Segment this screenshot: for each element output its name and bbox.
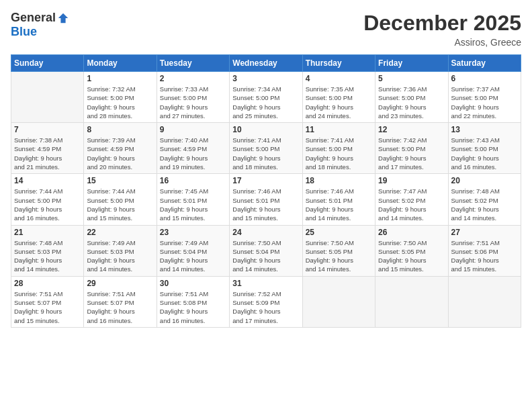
day-info: Sunrise: 7:41 AMSunset: 5:00 PMDaylight:… xyxy=(306,136,372,171)
day-number: 29 xyxy=(87,279,153,288)
day-number: 26 xyxy=(378,228,445,237)
calendar-cell: 24Sunrise: 7:50 AMSunset: 5:04 PMDayligh… xyxy=(230,225,302,276)
day-number: 18 xyxy=(306,176,372,185)
calendar-cell: 20Sunrise: 7:48 AMSunset: 5:02 PMDayligh… xyxy=(448,174,521,225)
calendar-cell: 29Sunrise: 7:51 AMSunset: 5:07 PMDayligh… xyxy=(84,276,157,327)
day-info: Sunrise: 7:51 AMSunset: 5:06 PMDaylight:… xyxy=(451,238,518,274)
day-info: Sunrise: 7:44 AMSunset: 5:00 PMDaylight:… xyxy=(87,187,153,222)
header: General Blue December 2025 Assiros, Gree… xyxy=(11,11,521,48)
page-container: General Blue December 2025 Assiros, Gree… xyxy=(0,0,532,333)
day-number: 23 xyxy=(160,228,226,237)
day-info: Sunrise: 7:34 AMSunset: 5:00 PMDaylight:… xyxy=(232,85,299,120)
day-info: Sunrise: 7:43 AMSunset: 5:00 PMDaylight:… xyxy=(451,136,518,171)
header-sunday: Sunday xyxy=(11,55,84,72)
calendar-week-row: 7Sunrise: 7:38 AMSunset: 4:59 PMDaylight… xyxy=(11,123,521,174)
day-info: Sunrise: 7:45 AMSunset: 5:01 PMDaylight:… xyxy=(160,187,226,222)
calendar-cell xyxy=(11,72,84,123)
day-number: 12 xyxy=(378,125,445,134)
day-info: Sunrise: 7:48 AMSunset: 5:03 PMDaylight:… xyxy=(14,238,81,274)
day-info: Sunrise: 7:37 AMSunset: 5:00 PMDaylight:… xyxy=(451,85,518,120)
logo-icon xyxy=(57,12,69,24)
day-number: 30 xyxy=(160,279,226,288)
day-number: 8 xyxy=(87,125,153,134)
header-thursday: Thursday xyxy=(302,55,375,72)
day-info: Sunrise: 7:49 AMSunset: 5:04 PMDaylight:… xyxy=(160,238,226,274)
day-info: Sunrise: 7:50 AMSunset: 5:05 PMDaylight:… xyxy=(306,238,372,274)
day-info: Sunrise: 7:44 AMSunset: 5:00 PMDaylight:… xyxy=(14,187,81,222)
day-info: Sunrise: 7:33 AMSunset: 5:00 PMDaylight:… xyxy=(160,85,226,120)
day-number: 4 xyxy=(306,74,372,83)
subtitle: Assiros, Greece xyxy=(363,37,521,48)
calendar-cell: 14Sunrise: 7:44 AMSunset: 5:00 PMDayligh… xyxy=(11,174,84,225)
day-info: Sunrise: 7:51 AMSunset: 5:07 PMDaylight:… xyxy=(14,289,81,325)
day-info: Sunrise: 7:48 AMSunset: 5:02 PMDaylight:… xyxy=(451,187,518,222)
calendar-cell: 10Sunrise: 7:41 AMSunset: 5:00 PMDayligh… xyxy=(230,123,302,174)
logo-general-text: General xyxy=(11,11,56,25)
day-number: 2 xyxy=(160,74,226,83)
day-number: 14 xyxy=(14,176,81,185)
calendar-week-row: 21Sunrise: 7:48 AMSunset: 5:03 PMDayligh… xyxy=(11,225,521,276)
calendar-cell: 5Sunrise: 7:36 AMSunset: 5:00 PMDaylight… xyxy=(375,72,448,123)
header-monday: Monday xyxy=(84,55,157,72)
calendar-cell xyxy=(448,276,521,327)
calendar: Sunday Monday Tuesday Wednesday Thursday… xyxy=(11,54,521,328)
day-info: Sunrise: 7:32 AMSunset: 5:00 PMDaylight:… xyxy=(87,85,153,120)
calendar-cell: 27Sunrise: 7:51 AMSunset: 5:06 PMDayligh… xyxy=(448,225,521,276)
day-number: 6 xyxy=(451,74,518,83)
day-number: 17 xyxy=(232,176,299,185)
calendar-cell: 22Sunrise: 7:49 AMSunset: 5:03 PMDayligh… xyxy=(84,225,157,276)
calendar-cell xyxy=(375,276,448,327)
calendar-header-row: Sunday Monday Tuesday Wednesday Thursday… xyxy=(11,55,521,72)
calendar-cell: 2Sunrise: 7:33 AMSunset: 5:00 PMDaylight… xyxy=(157,72,229,123)
title-area: December 2025 Assiros, Greece xyxy=(363,11,521,48)
calendar-cell: 4Sunrise: 7:35 AMSunset: 5:00 PMDaylight… xyxy=(302,72,375,123)
calendar-cell: 23Sunrise: 7:49 AMSunset: 5:04 PMDayligh… xyxy=(157,225,229,276)
day-info: Sunrise: 7:36 AMSunset: 5:00 PMDaylight:… xyxy=(378,85,445,120)
logo-blue-text: Blue xyxy=(11,25,37,39)
calendar-cell: 13Sunrise: 7:43 AMSunset: 5:00 PMDayligh… xyxy=(448,123,521,174)
day-info: Sunrise: 7:51 AMSunset: 5:07 PMDaylight:… xyxy=(87,289,153,325)
calendar-cell: 8Sunrise: 7:39 AMSunset: 4:59 PMDaylight… xyxy=(84,123,157,174)
day-info: Sunrise: 7:42 AMSunset: 5:00 PMDaylight:… xyxy=(378,136,445,171)
month-title: December 2025 xyxy=(363,11,521,36)
day-number: 3 xyxy=(232,74,299,83)
calendar-cell: 19Sunrise: 7:47 AMSunset: 5:02 PMDayligh… xyxy=(375,174,448,225)
day-number: 19 xyxy=(378,176,445,185)
day-number: 13 xyxy=(451,125,518,134)
calendar-cell: 11Sunrise: 7:41 AMSunset: 5:00 PMDayligh… xyxy=(302,123,375,174)
svg-marker-0 xyxy=(58,13,68,22)
calendar-cell: 18Sunrise: 7:46 AMSunset: 5:01 PMDayligh… xyxy=(302,174,375,225)
day-number: 11 xyxy=(306,125,372,134)
calendar-cell: 6Sunrise: 7:37 AMSunset: 5:00 PMDaylight… xyxy=(448,72,521,123)
calendar-week-row: 14Sunrise: 7:44 AMSunset: 5:00 PMDayligh… xyxy=(11,174,521,225)
day-info: Sunrise: 7:47 AMSunset: 5:02 PMDaylight:… xyxy=(378,187,445,222)
day-number: 1 xyxy=(87,74,153,83)
calendar-week-row: 1Sunrise: 7:32 AMSunset: 5:00 PMDaylight… xyxy=(11,72,521,123)
day-info: Sunrise: 7:51 AMSunset: 5:08 PMDaylight:… xyxy=(160,289,226,325)
day-info: Sunrise: 7:49 AMSunset: 5:03 PMDaylight:… xyxy=(87,238,153,274)
calendar-week-row: 28Sunrise: 7:51 AMSunset: 5:07 PMDayligh… xyxy=(11,276,521,327)
day-number: 10 xyxy=(232,125,299,134)
day-number: 5 xyxy=(378,74,445,83)
calendar-cell: 9Sunrise: 7:40 AMSunset: 4:59 PMDaylight… xyxy=(157,123,229,174)
day-info: Sunrise: 7:46 AMSunset: 5:01 PMDaylight:… xyxy=(306,187,372,222)
day-number: 22 xyxy=(87,228,153,237)
day-number: 27 xyxy=(451,228,518,237)
day-number: 28 xyxy=(14,279,81,288)
day-number: 15 xyxy=(87,176,153,185)
calendar-cell: 26Sunrise: 7:50 AMSunset: 5:05 PMDayligh… xyxy=(375,225,448,276)
day-info: Sunrise: 7:50 AMSunset: 5:05 PMDaylight:… xyxy=(378,238,445,274)
header-wednesday: Wednesday xyxy=(230,55,302,72)
header-friday: Friday xyxy=(375,55,448,72)
day-info: Sunrise: 7:38 AMSunset: 4:59 PMDaylight:… xyxy=(14,136,81,171)
day-info: Sunrise: 7:50 AMSunset: 5:04 PMDaylight:… xyxy=(232,238,299,274)
day-number: 21 xyxy=(14,228,81,237)
day-number: 7 xyxy=(14,125,81,134)
calendar-cell: 1Sunrise: 7:32 AMSunset: 5:00 PMDaylight… xyxy=(84,72,157,123)
calendar-cell: 31Sunrise: 7:52 AMSunset: 5:09 PMDayligh… xyxy=(230,276,302,327)
calendar-cell: 3Sunrise: 7:34 AMSunset: 5:00 PMDaylight… xyxy=(230,72,302,123)
calendar-cell: 25Sunrise: 7:50 AMSunset: 5:05 PMDayligh… xyxy=(302,225,375,276)
day-info: Sunrise: 7:39 AMSunset: 4:59 PMDaylight:… xyxy=(87,136,153,171)
calendar-cell: 17Sunrise: 7:46 AMSunset: 5:01 PMDayligh… xyxy=(230,174,302,225)
header-tuesday: Tuesday xyxy=(157,55,229,72)
